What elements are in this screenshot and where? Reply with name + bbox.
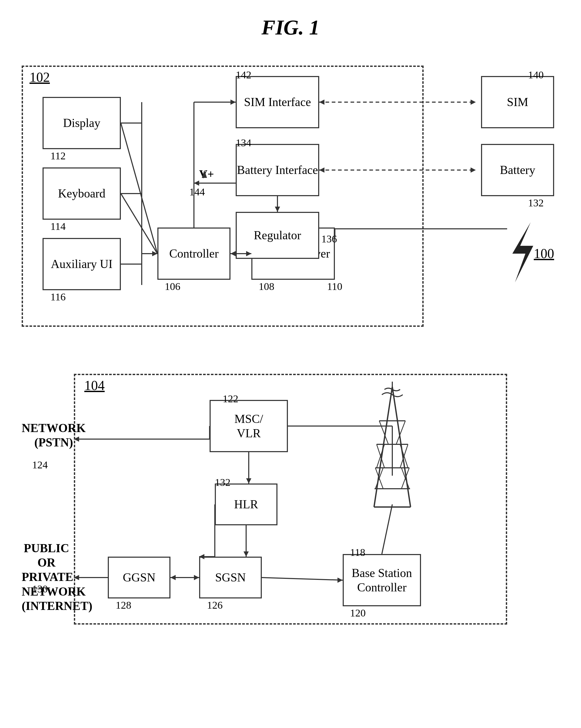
ref-134: 134 <box>236 137 251 149</box>
page: FIG. 1 102 Display 112 Keyboard 114 Auxi… <box>0 0 581 656</box>
ref-110: 110 <box>327 280 342 292</box>
ref-118: 118 <box>350 546 365 558</box>
box-battery-interface: Battery Interface <box>236 144 319 196</box>
box-sim-interface: SIM Interface <box>236 76 319 128</box>
ref-114: 114 <box>50 220 66 232</box>
box-sim-external: SIM <box>481 76 554 128</box>
svg-marker-0 <box>513 222 533 282</box>
diagram-top: 102 Display 112 Keyboard 114 Auxiliary U… <box>22 50 559 337</box>
ref-112: 112 <box>50 150 66 162</box>
ref-128: 128 <box>116 599 131 611</box>
ref-hlr-132: 132 <box>215 476 230 489</box>
box-display: Display <box>43 97 121 149</box>
box-controller: Controller <box>157 228 230 280</box>
ref-126: 126 <box>207 599 223 611</box>
box-battery-external: Battery <box>481 144 554 196</box>
wireless-signal-top <box>497 220 549 285</box>
ref-144: 144 <box>189 186 205 198</box>
ref-124: 124 <box>32 459 48 471</box>
ref-132-top: 132 <box>528 197 544 209</box>
box-keyboard: Keyboard <box>43 167 121 220</box>
ref-122: 122 <box>223 393 238 405</box>
ref-136: 136 <box>321 233 337 245</box>
ref-108: 108 <box>259 280 274 292</box>
ref-142: 142 <box>236 69 251 81</box>
label-102: 102 <box>29 70 50 85</box>
box-hlr: HLR <box>215 484 277 525</box>
public-private-network-label: PUBLIC OR PRIVATE NETWORK (INTERNET) <box>22 541 71 613</box>
label-104: 104 <box>84 378 105 393</box>
ref-130: 130 <box>32 583 48 595</box>
box-sgsn: SGSN <box>199 557 262 598</box>
ref-140: 140 <box>528 69 544 81</box>
diagram-bottom: 104 NETWORK (PSTN) 124 PUBLIC OR PRIVATE… <box>22 358 559 640</box>
box-msc-vlr: MSC/ VLR <box>210 400 288 452</box>
network-pstn-label: NETWORK (PSTN) <box>22 421 86 449</box>
box-ggsn: GGSN <box>108 557 170 598</box>
box-aux-ui: Auxiliary UI <box>43 238 121 290</box>
ref-106: 106 <box>165 280 181 292</box>
box-regulator: Regulator <box>236 212 319 259</box>
svg-marker-21 <box>471 100 476 105</box>
ref-120: 120 <box>350 607 366 619</box>
svg-marker-24 <box>471 167 476 173</box>
box-base-station-controller: Base Station Controller <box>343 554 421 606</box>
cell-tower-118 <box>364 382 421 538</box>
ref-116: 116 <box>50 291 66 303</box>
figure-title: FIG. 1 <box>21 16 560 40</box>
